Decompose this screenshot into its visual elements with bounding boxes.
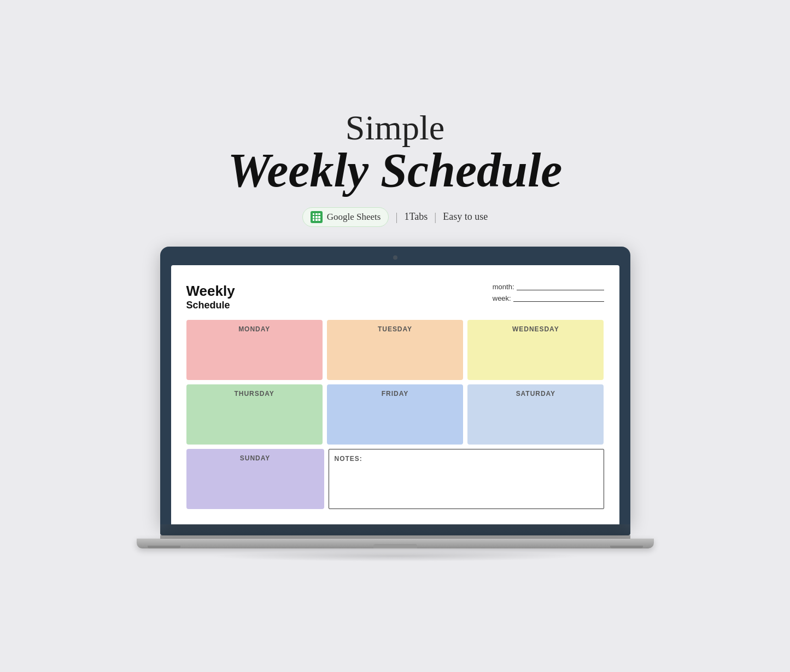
laptop-mockup: Weekly Schedule month: week: (160, 247, 630, 562)
week-line: week: (493, 294, 604, 302)
month-underline (517, 283, 604, 290)
easy-badge: Easy to use (443, 211, 488, 223)
month-label: month: (493, 283, 514, 291)
schedule-header: Weekly Schedule month: week: (186, 283, 604, 311)
tabs-badge: 1Tabs (404, 211, 428, 223)
day-sunday: SUNDAY (186, 449, 324, 509)
title-weekly: Weekly Schedule (228, 145, 563, 196)
divider-2: | (434, 211, 436, 223)
sunday-label: SUNDAY (240, 454, 270, 462)
screen-glare (171, 265, 619, 270)
laptop-base (160, 524, 630, 535)
divider-1: | (395, 211, 397, 223)
notes-label: NOTES: (335, 455, 362, 463)
page-wrapper: Simple Weekly Schedule Google Sheets | 1… (122, 110, 669, 561)
title-simple: Simple (228, 110, 563, 145)
google-sheets-label: Google Sheets (327, 212, 381, 223)
laptop-hinge (160, 535, 630, 539)
schedule-content: Weekly Schedule month: week: (171, 270, 619, 524)
days-grid: MONDAYTUESDAYWEDNESDAYTHURSDAYFRIDAYSATU… (186, 320, 604, 445)
day-monday: MONDAY (186, 320, 323, 380)
notes-cell: NOTES: (329, 449, 604, 509)
laptop-foot-left (148, 546, 180, 548)
laptop-camera (393, 255, 397, 260)
badge-bar: Google Sheets | 1Tabs | Easy to use (302, 207, 488, 227)
schedule-title-block: Weekly Schedule (186, 283, 235, 311)
day-saturday: SATURDAY (467, 384, 604, 445)
laptop-screen-outer: Weekly Schedule month: week: (160, 247, 630, 524)
laptop-foot-right (610, 546, 643, 548)
day-tuesday: TUESDAY (327, 320, 463, 380)
laptop-bottom (137, 539, 654, 548)
month-line: month: (493, 283, 604, 291)
schedule-meta: month: week: (493, 283, 604, 306)
title-section: Simple Weekly Schedule (228, 110, 563, 196)
laptop-base-wrapper (160, 524, 630, 548)
schedule-title-weekly: Weekly (186, 283, 235, 300)
schedule-title-sub: Schedule (186, 300, 235, 311)
google-sheets-icon (311, 211, 323, 223)
bottom-row: SUNDAY NOTES: (186, 449, 604, 509)
day-wednesday: WEDNESDAY (467, 320, 604, 380)
laptop-shadow (207, 551, 583, 562)
day-thursday: THURSDAY (186, 384, 323, 445)
laptop-notch (373, 544, 417, 548)
day-friday: FRIDAY (327, 384, 463, 445)
week-label: week: (493, 294, 511, 302)
week-underline (513, 294, 604, 302)
google-sheets-badge: Google Sheets (302, 207, 389, 227)
laptop-screen-inner: Weekly Schedule month: week: (171, 265, 619, 524)
